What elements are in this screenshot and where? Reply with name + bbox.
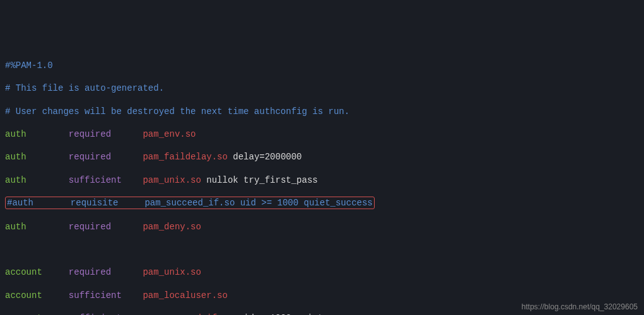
pam-row: auth required pam_env.so — [5, 129, 639, 140]
pam-module: pam_localuser.so — [143, 290, 227, 301]
pam-type: auth — [5, 222, 26, 232]
pam-args: delay=2000000 — [233, 152, 302, 162]
pam-args: uid >= 1000 quiet_success — [240, 198, 373, 208]
pam-module: pam_unix.so — [143, 267, 201, 277]
pam-module: pam_succeed_if.so — [144, 198, 235, 208]
pam-row: auth required pam_deny.so — [5, 221, 639, 232]
pam-control: sufficient — [69, 290, 122, 301]
pam-control: required — [69, 152, 111, 162]
pam-module: pam_faildelay.so — [143, 152, 227, 162]
pam-control: sufficient — [69, 175, 122, 185]
pam-type: auth — [5, 175, 26, 185]
pam-type: auth — [5, 152, 26, 162]
pam-row: account sufficient pam_succeed_if.so uid… — [5, 312, 639, 315]
comment-line: #%PAM-1.0 — [5, 60, 53, 71]
pam-module: pam_deny.so — [143, 222, 201, 232]
pam-module: pam_env.so — [143, 129, 196, 139]
comment-line: # This file is auto-generated. — [5, 83, 164, 93]
pam-row: account sufficient pam_localuser.so — [5, 290, 639, 301]
pam-type: auth — [5, 129, 26, 139]
pam-control: required — [69, 129, 111, 139]
pam-control: requisite — [71, 198, 119, 208]
pam-args: nullok try_first_pass — [206, 175, 317, 185]
pam-type: account — [5, 267, 42, 277]
pam-control: required — [69, 267, 111, 277]
pam-row: account required pam_unix.so — [5, 266, 639, 278]
watermark-text: https://blog.csdn.net/qq_32029605 — [522, 302, 638, 312]
terminal-editor: #%PAM-1.0 # This file is auto-generated.… — [5, 49, 639, 315]
pam-module: pam_unix.so — [143, 175, 201, 185]
pam-control: required — [69, 222, 111, 232]
pam-row: auth required pam_faildelay.so delay=200… — [5, 151, 639, 163]
pam-type: #auth — [7, 198, 33, 208]
pam-type: account — [5, 290, 42, 301]
pam-row: auth sufficient pam_unix.so nullok try_f… — [5, 175, 639, 186]
comment-line: # User changes will be destroyed the nex… — [5, 106, 349, 117]
pam-row-highlighted: #auth requisite pam_succeed_if.so uid >=… — [5, 197, 639, 209]
